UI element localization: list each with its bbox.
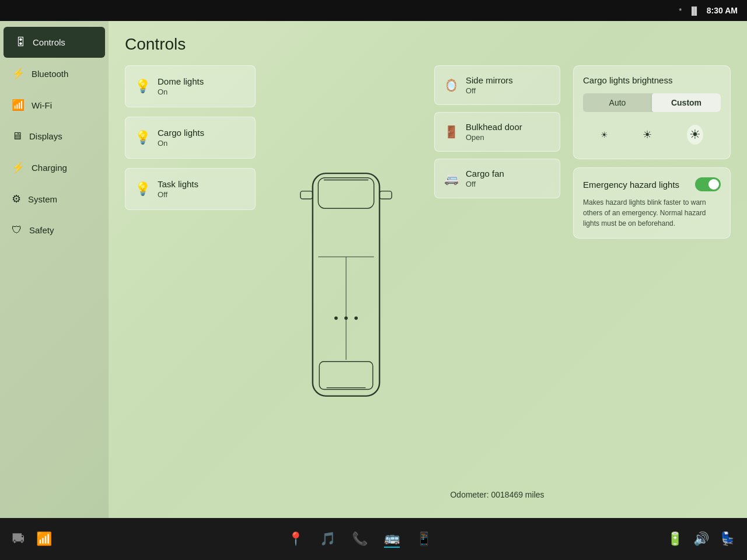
task-lights-value: Off xyxy=(158,190,198,199)
sidebar-label-system: System xyxy=(28,194,57,204)
controls-grid: 💡 Dome lights On 💡 Cargo lights On xyxy=(125,65,731,504)
brightness-custom-btn[interactable]: Custom xyxy=(652,93,721,112)
brightness-low-icon[interactable]: ☀ xyxy=(601,130,608,139)
hazard-panel: Emergency hazard lights Makes hazard lig… xyxy=(573,167,731,239)
wifi-taskbar-icon[interactable]: 📶 xyxy=(36,531,52,547)
side-mirrors-icon: 🪞 xyxy=(444,78,459,92)
signal-icon: ▐▌ xyxy=(689,6,699,15)
vehicle-taskbar-icon[interactable]: 🚌 xyxy=(384,530,400,548)
task-lights-icon: 💡 xyxy=(135,181,151,197)
dome-lights-icon: 💡 xyxy=(135,79,151,94)
cargo-fan-text: Cargo fan Off xyxy=(466,169,504,188)
sidebar-label-safety: Safety xyxy=(29,225,54,235)
cargo-fan-label: Cargo fan xyxy=(466,169,504,178)
bulkhead-door-text: Bulkhead door Open xyxy=(466,122,522,142)
cargo-lights-label: Cargo lights xyxy=(158,128,204,138)
music-taskbar-icon[interactable]: 🎵 xyxy=(320,531,336,547)
brightness-medium-icon[interactable]: ☀ xyxy=(643,128,652,141)
charging-icon: ⚡ xyxy=(12,161,25,174)
clock: 8:30 AM xyxy=(707,6,738,15)
bulkhead-door-card[interactable]: 🚪 Bulkhead door Open xyxy=(434,112,560,152)
lights-column: 💡 Dome lights On 💡 Cargo lights On xyxy=(125,65,265,504)
sidebar-label-charging: Charging xyxy=(32,163,67,173)
dome-lights-value: On xyxy=(158,88,204,96)
sidebar-item-bluetooth[interactable]: ⚡ Bluetooth xyxy=(0,58,109,89)
seat-taskbar-icon[interactable]: 💺 xyxy=(720,531,735,547)
controls-icon: 🎛 xyxy=(15,36,26,48)
status-bar: * ▐▌ 8:30 AM xyxy=(0,0,747,21)
svg-rect-1 xyxy=(318,178,374,209)
sidebar-item-controls[interactable]: 🎛 Controls xyxy=(4,27,105,58)
speed-gauge-icon[interactable]: ⛟ xyxy=(12,531,25,547)
brightness-hazard-column: Cargo lights brightness Auto Custom ☀ ☀ … xyxy=(567,65,731,504)
vehicle-info-column: 🪞 Side mirrors Off 🚪 Bulkhead door Open xyxy=(427,65,567,504)
svg-rect-4 xyxy=(379,191,392,199)
vehicle-diagram xyxy=(294,162,399,407)
side-mirrors-card[interactable]: 🪞 Side mirrors Off xyxy=(434,65,560,105)
cargo-lights-value: On xyxy=(158,139,204,148)
side-mirrors-value: Off xyxy=(466,86,513,95)
hazard-description: Makes hazard lights blink faster to warn… xyxy=(583,197,721,229)
brightness-level-selector: ☀ ☀ ☀ xyxy=(583,120,721,149)
phone-taskbar-icon[interactable]: 📞 xyxy=(352,531,368,547)
battery-taskbar-icon[interactable]: 🔋 xyxy=(667,531,683,547)
odometer-text: Odometer: 0018469 miles xyxy=(450,490,544,499)
sidebar-item-displays[interactable]: 🖥 Displays xyxy=(0,121,109,152)
displays-icon: 🖥 xyxy=(12,130,22,142)
hazard-title: Emergency hazard lights xyxy=(583,180,679,190)
sidebar: 🎛 Controls ⚡ Bluetooth 📶 Wi-Fi 🖥 Display… xyxy=(0,21,109,518)
svg-point-8 xyxy=(344,316,348,320)
bulkhead-door-value: Open xyxy=(466,133,522,142)
cargo-fan-icon: 🚐 xyxy=(444,172,459,186)
side-mirrors-label: Side mirrors xyxy=(466,75,513,85)
main-layout: 🎛 Controls ⚡ Bluetooth 📶 Wi-Fi 🖥 Display… xyxy=(0,21,747,518)
sidebar-label-bluetooth: Bluetooth xyxy=(32,69,68,79)
location-taskbar-icon[interactable]: 📍 xyxy=(288,531,303,547)
cargo-lights-card[interactable]: 💡 Cargo lights On xyxy=(125,117,256,159)
volume-taskbar-icon[interactable]: 🔊 xyxy=(693,531,709,547)
screen-taskbar-icon[interactable]: 📱 xyxy=(416,531,432,547)
svg-rect-2 xyxy=(319,362,373,390)
odometer-display: Odometer: 0018469 miles xyxy=(434,485,560,504)
brightness-auto-btn[interactable]: Auto xyxy=(583,93,652,112)
bulkhead-door-label: Bulkhead door xyxy=(466,122,522,132)
svg-point-7 xyxy=(334,316,338,320)
vehicle-diagram-column xyxy=(265,65,427,504)
cargo-fan-card[interactable]: 🚐 Cargo fan Off xyxy=(434,159,560,198)
safety-icon: 🛡 xyxy=(12,224,22,236)
system-icon: ⚙ xyxy=(12,192,21,205)
svg-rect-3 xyxy=(301,191,313,199)
page-title: Controls xyxy=(125,35,731,54)
sidebar-item-system[interactable]: ⚙ System xyxy=(0,183,109,215)
sidebar-label-displays: Displays xyxy=(29,131,62,141)
hazard-toggle-switch[interactable] xyxy=(695,177,721,191)
brightness-high-icon[interactable]: ☀ xyxy=(687,125,703,145)
task-lights-text: Task lights Off xyxy=(158,179,198,199)
dome-lights-label: Dome lights xyxy=(158,76,204,86)
bluetooth-status-icon: * xyxy=(679,6,682,15)
taskbar: ⛟ 📶 📍 🎵 📞 🚌 📱 🔋 🔊 💺 xyxy=(0,518,747,560)
taskbar-left: ⛟ 📶 xyxy=(12,531,52,547)
sidebar-label-wifi: Wi-Fi xyxy=(32,100,52,110)
wifi-icon: 📶 xyxy=(12,99,25,111)
dome-lights-text: Dome lights On xyxy=(158,76,204,96)
taskbar-center: 📍 🎵 📞 🚌 📱 xyxy=(288,530,432,548)
task-lights-card[interactable]: 💡 Task lights Off xyxy=(125,168,256,210)
svg-point-9 xyxy=(354,316,358,320)
brightness-panel: Cargo lights brightness Auto Custom ☀ ☀ … xyxy=(573,65,731,159)
cargo-fan-value: Off xyxy=(466,180,504,188)
main-screen: 🎛 Controls ⚡ Bluetooth 📶 Wi-Fi 🖥 Display… xyxy=(0,21,747,518)
sidebar-item-wifi[interactable]: 📶 Wi-Fi xyxy=(0,89,109,121)
dome-lights-card[interactable]: 💡 Dome lights On xyxy=(125,65,256,107)
sidebar-label-controls: Controls xyxy=(33,37,65,47)
cargo-lights-icon: 💡 xyxy=(135,130,151,145)
brightness-title: Cargo lights brightness xyxy=(583,75,721,85)
sidebar-item-safety[interactable]: 🛡 Safety xyxy=(0,215,109,246)
bluetooth-icon: ⚡ xyxy=(12,67,25,80)
taskbar-right: 🔋 🔊 💺 xyxy=(667,531,735,547)
main-content: Controls 💡 Dome lights On 💡 Carg xyxy=(109,21,747,518)
sidebar-item-charging[interactable]: ⚡ Charging xyxy=(0,152,109,183)
brightness-toggle: Auto Custom xyxy=(583,93,721,112)
bulkhead-door-icon: 🚪 xyxy=(444,125,459,139)
task-lights-label: Task lights xyxy=(158,179,198,189)
